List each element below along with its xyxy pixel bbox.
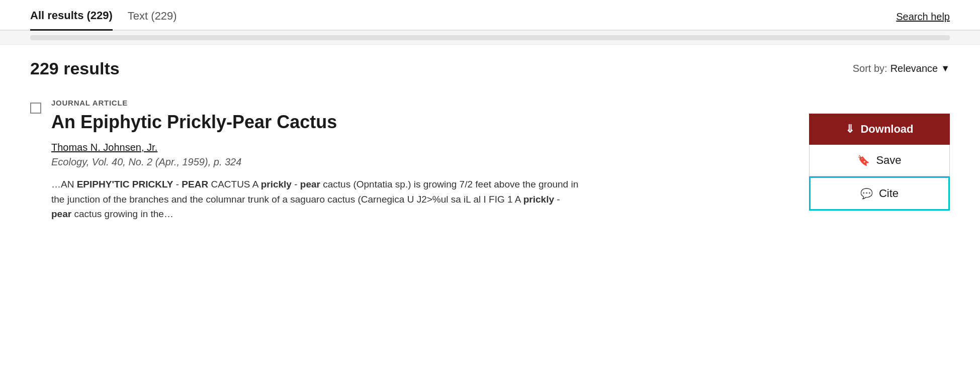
sort-by-value: Relevance (890, 63, 938, 74)
article-title[interactable]: An Epiphytic Prickly-Pear Cactus (51, 111, 809, 133)
article-section: JOURNAL ARTICLE An Epiphytic Prickly-Pea… (0, 88, 980, 232)
results-count: 229 results (30, 59, 120, 78)
cite-button[interactable]: 💬 Cite (809, 176, 950, 211)
save-label: Save (876, 154, 901, 167)
excerpt-bold-6: pear (51, 209, 71, 219)
results-header: 229 results Sort by: Relevance ▼ (0, 45, 980, 88)
action-panel: ⇓ Download 🔖 Save 💬 Cite (809, 114, 950, 211)
tab-text[interactable]: Text (229) (128, 10, 177, 30)
scrollbar-row (0, 31, 980, 45)
tabs-left: All results (229) Text (229) (30, 9, 177, 30)
excerpt-bold-5: prickly (523, 194, 554, 205)
excerpt-text-7: cactus growing in the… (71, 209, 173, 219)
excerpt-bold-2: PEAR (182, 179, 208, 189)
excerpt-bold-3: prickly (261, 179, 292, 189)
excerpt-text-2: - (173, 179, 182, 189)
excerpt-text-4: - (292, 179, 300, 189)
excerpt-bold-4: pear (300, 179, 320, 189)
scrollbar-track[interactable] (30, 35, 950, 40)
save-button[interactable]: 🔖 Save (809, 145, 950, 176)
cite-icon: 💬 (860, 187, 873, 200)
download-label: Download (860, 123, 913, 136)
article-content: JOURNAL ARTICLE An Epiphytic Prickly-Pea… (51, 99, 809, 222)
chevron-down-icon: ▼ (941, 63, 950, 74)
excerpt-bold-1: EPIPHY'TIC PRICKLY (77, 179, 173, 189)
article-excerpt: …AN EPIPHY'TIC PRICKLY - PEAR CACTUS A p… (51, 177, 579, 221)
page-container: All results (229) Text (229) Search help… (0, 0, 980, 232)
excerpt-text-1: …AN (51, 179, 77, 189)
sort-by-prefix: Sort by: (853, 63, 887, 74)
download-button[interactable]: ⇓ Download (809, 114, 950, 145)
article-publication: Ecology, Vol. 40, No. 2 (Apr., 1959), p.… (51, 156, 809, 168)
search-help-link[interactable]: Search help (896, 11, 950, 30)
download-icon: ⇓ (845, 123, 854, 136)
article-type: JOURNAL ARTICLE (51, 99, 809, 107)
sort-by-dropdown[interactable]: Sort by: Relevance ▼ (853, 63, 950, 74)
article-checkbox[interactable] (30, 103, 41, 114)
tab-all-results[interactable]: All results (229) (30, 9, 113, 31)
bookmark-icon: 🔖 (857, 154, 870, 166)
article-checkbox-wrapper (30, 99, 41, 114)
cite-label: Cite (879, 187, 899, 200)
article-author[interactable]: Thomas N. Johnsen, Jr. (51, 142, 809, 153)
tabs-row: All results (229) Text (229) Search help (0, 0, 980, 31)
article-left: JOURNAL ARTICLE An Epiphytic Prickly-Pea… (30, 99, 809, 222)
excerpt-text-6: - (554, 194, 560, 205)
excerpt-text-3: CACTUS A (208, 179, 261, 189)
